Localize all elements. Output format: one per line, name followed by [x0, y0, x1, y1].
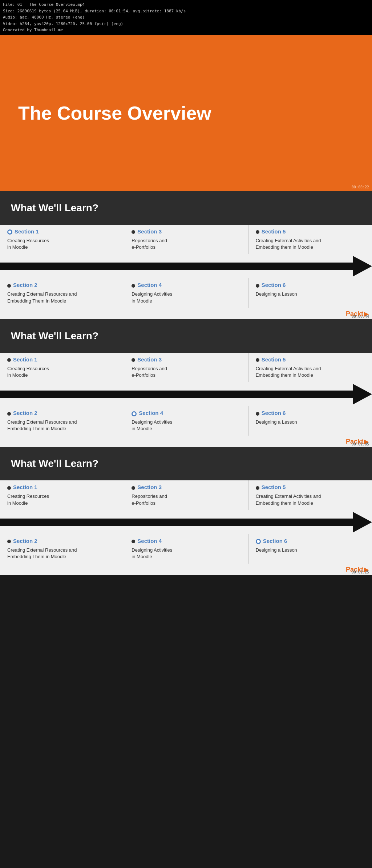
section-3-desc-1: Repositories ande-Portfolios	[132, 237, 244, 251]
arrow-bar-1	[0, 257, 372, 275]
section-2-title-2: Section 2	[13, 410, 37, 416]
slide-block-2: What We'll Learn? Section 1 Creating Res…	[0, 319, 372, 447]
heading-panel-1: What We'll Learn?	[0, 191, 372, 225]
section-3-title-2: Section 3	[137, 356, 162, 363]
section-4-desc-2: Designing Activitiesin Moodle	[132, 419, 244, 432]
section-5-title-3: Section 5	[262, 484, 286, 490]
section-2-title-3: Section 2	[13, 538, 37, 544]
timestamp-1: 00:00:44	[352, 315, 369, 319]
content-slide-1: Section 1 Creating Resourcesin Moodle Se…	[0, 225, 372, 319]
section-4-desc-3: Designing Activitiesin Moodle	[132, 547, 244, 560]
arrow-bar-body-2	[0, 391, 354, 398]
file-info-line3: Audio: aac, 48000 Hz, stereo (eng)	[3, 14, 369, 21]
arrow-head-2	[353, 384, 372, 404]
dot-s1-2	[7, 358, 11, 362]
bottom-grid-3: Section 2 Creating External Resources an…	[0, 534, 372, 564]
section-2-title-1: Section 2	[13, 282, 37, 288]
section-5-desc-1: Creating External Activities andEmbeddin…	[256, 237, 368, 251]
arrow-head-3	[353, 512, 372, 532]
heading-1: What We'll Learn?	[11, 202, 98, 214]
dot-s2-1	[7, 284, 11, 288]
slide-block-1: What We'll Learn? Section 1 Creating Res…	[0, 191, 372, 319]
packt-area-1: Packt ▶ 00:00:44	[0, 308, 372, 319]
dot-s2-3	[7, 540, 11, 543]
arrow-bar-2	[0, 385, 372, 403]
file-info-bar: File: 01 - The Course Overview.mp4 Size:…	[0, 0, 372, 35]
col-3-top-3: Section 5 Creating External Activities a…	[248, 480, 372, 510]
section-1-title-3: Section 1	[13, 484, 37, 490]
section-1-title-1: Section 1	[15, 228, 39, 235]
top-grid-3: Section 1 Creating Resourcesin Moodle Se…	[0, 480, 372, 510]
col-2-top-1: Section 3 Repositories ande-Portfolios	[124, 225, 248, 254]
section-4-desc-1: Designing Activitiesin Moodle	[132, 291, 244, 304]
file-info-line2: Size: 26890619 bytes (25.64 MiB), durati…	[3, 8, 369, 15]
dot-s3-2	[132, 358, 135, 362]
section-2-desc-2: Creating External Resources andEmbedding…	[7, 419, 120, 432]
main-title: The Course Overview	[18, 102, 211, 124]
col-1-top-3: Section 1 Creating Resourcesin Moodle	[0, 480, 124, 510]
section-6-title-3: Section 6	[263, 538, 287, 544]
dot-s5-2	[256, 358, 259, 362]
heading-2: What We'll Learn?	[11, 330, 98, 342]
col-2-bot-1: Section 4 Designing Activitiesin Moodle	[124, 278, 248, 308]
section-1-desc-3: Creating Resourcesin Moodle	[7, 493, 120, 506]
dot-s3-1	[132, 230, 135, 234]
section-5-desc-3: Creating External Activities andEmbeddin…	[256, 493, 368, 506]
col-2-top-3: Section 3 Repositories ande-Portfolios	[124, 480, 248, 510]
section-5-desc-2: Creating External Activities andEmbeddin…	[256, 365, 368, 379]
section-6-desc-2: Designing a Lesson	[256, 419, 368, 425]
section-2-desc-1: Creating External Resources andEmbedding…	[7, 291, 120, 304]
arrow-bar-3	[0, 513, 372, 531]
dot-s4-3	[132, 540, 135, 543]
arrow-head-1	[353, 256, 372, 276]
section-6-desc-3: Designing a Lesson	[256, 547, 368, 553]
dot-s3-3	[132, 486, 135, 490]
dot-s2-2	[7, 412, 11, 416]
content-slide-2: Section 1 Creating Resourcesin Moodle Se…	[0, 353, 372, 447]
section-3-title-3: Section 3	[137, 484, 162, 490]
dot-active-1	[7, 229, 12, 235]
col-3-top-2: Section 5 Creating External Activities a…	[248, 353, 372, 382]
col-1-top-2: Section 1 Creating Resourcesin Moodle	[0, 353, 124, 382]
section-6-desc-1: Designing a Lesson	[256, 291, 368, 297]
col-1-bot-2: Section 2 Creating External Resources an…	[0, 406, 124, 436]
file-info-line5: Generated by Thumbnail.me	[3, 27, 369, 33]
section-1-title-2: Section 1	[13, 356, 37, 363]
section-1-desc-1: Creating Resourcesin Moodle	[7, 237, 120, 251]
col-2-bot-2: Section 4 Designing Activitiesin Moodle	[124, 406, 248, 436]
section-6-title-2: Section 6	[262, 410, 286, 416]
section-3-desc-3: Repositories ande-Portfolios	[132, 493, 244, 506]
col-3-bot-3: Section 6 Designing a Lesson	[248, 534, 372, 564]
top-grid-2: Section 1 Creating Resourcesin Moodle Se…	[0, 353, 372, 382]
col-3-bot-2: Section 6 Designing a Lesson	[248, 406, 372, 436]
col-1-top-1: Section 1 Creating Resourcesin Moodle	[0, 225, 124, 254]
section-4-title-1: Section 4	[137, 282, 162, 288]
dot-active-s4-2	[132, 411, 137, 416]
heading-panel-3: What We'll Learn?	[0, 447, 372, 480]
heading-panel-2: What We'll Learn?	[0, 319, 372, 353]
file-info-line4: Video: h264, yuv420p, 1280x720, 25.00 fp…	[3, 21, 369, 27]
dot-s6-2	[256, 412, 259, 416]
top-grid-1: Section 1 Creating Resourcesin Moodle Se…	[0, 225, 372, 254]
content-slide-3: Section 1 Creating Resourcesin Moodle Se…	[0, 480, 372, 575]
bottom-grid-1: Section 2 Creating External Resources an…	[0, 278, 372, 308]
title-slide: The Course Overview 00:00:22	[0, 35, 372, 191]
section-4-title-3: Section 4	[137, 538, 162, 544]
dot-s5-3	[256, 486, 259, 490]
col-3-top-1: Section 5 Creating External Activities a…	[248, 225, 372, 254]
packt-area-2: Packt ▶ 00:01:05	[0, 436, 372, 447]
section-6-title-1: Section 6	[262, 282, 286, 288]
dot-s1-3	[7, 486, 11, 490]
section-3-title-1: Section 3	[137, 228, 162, 235]
arrow-bar-body-1	[0, 263, 354, 270]
timestamp-2: 00:01:05	[352, 442, 369, 446]
section-3-desc-2: Repositories ande-Portfolios	[132, 365, 244, 379]
timestamp-3: 00:01:25	[352, 570, 369, 574]
col-2-top-2: Section 3 Repositories ande-Portfolios	[124, 353, 248, 382]
dot-s5-1	[256, 230, 259, 234]
col-1-bot-3: Section 2 Creating External Resources an…	[0, 534, 124, 564]
dot-s6-1	[256, 284, 259, 288]
bottom-grid-2: Section 2 Creating External Resources an…	[0, 406, 372, 436]
section-5-title-1: Section 5	[262, 228, 286, 235]
section-1-desc-2: Creating Resourcesin Moodle	[7, 365, 120, 379]
